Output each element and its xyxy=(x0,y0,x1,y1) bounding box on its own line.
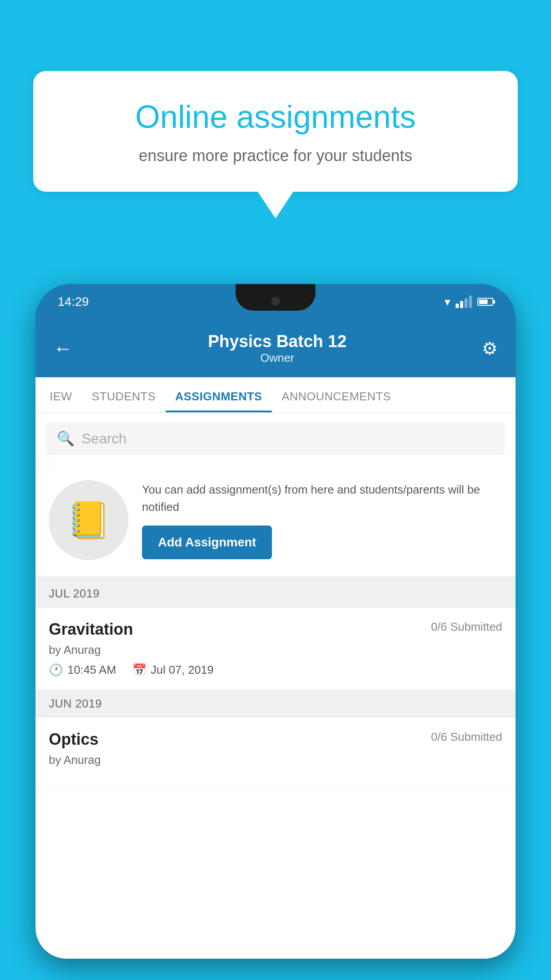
promo-text: You can add assignment(s) from here and … xyxy=(142,481,502,516)
notch xyxy=(236,284,315,311)
phone-frame: 14:29 ▾ ← xyxy=(35,284,516,959)
tab-announcements[interactable]: ANNOUNCEMENTS xyxy=(272,377,401,412)
assignment-row-top: Gravitation 0/6 Submitted xyxy=(49,620,502,639)
assignment-name-optics: Optics xyxy=(49,730,98,749)
search-input[interactable]: Search xyxy=(82,431,126,447)
speech-bubble-subtitle: ensure more practice for your students xyxy=(64,146,487,165)
assignment-item-gravitation[interactable]: Gravitation 0/6 Submitted by Anurag 🕐 10… xyxy=(35,608,516,690)
battery-icon xyxy=(477,298,493,306)
tab-assignments[interactable]: ASSIGNMENTS xyxy=(165,377,272,412)
camera-dot xyxy=(271,296,280,305)
status-bar: 14:29 ▾ xyxy=(35,284,516,320)
assignment-author-optics: by Anurag xyxy=(49,753,502,767)
header-subtitle: Owner xyxy=(208,351,347,365)
speech-bubble: Online assignments ensure more practice … xyxy=(33,71,518,192)
assignment-promo: 📒 You can add assignment(s) from here an… xyxy=(35,464,516,580)
assignment-date: Jul 07, 2019 xyxy=(151,663,214,677)
meta-time: 🕐 10:45 AM xyxy=(49,663,116,677)
clock-icon: 🕐 xyxy=(49,663,63,677)
wifi-icon: ▾ xyxy=(445,295,450,309)
assignment-item-optics[interactable]: Optics 0/6 Submitted by Anurag xyxy=(35,718,516,786)
app-header: ← Physics Batch 12 Owner ⚙ xyxy=(35,320,516,377)
speech-bubble-container: Online assignments ensure more practice … xyxy=(33,71,518,218)
settings-icon[interactable]: ⚙ xyxy=(482,338,498,359)
assignment-time: 10:45 AM xyxy=(67,663,116,677)
tab-iew[interactable]: IEW xyxy=(40,377,82,412)
section-header-jun: JUN 2019 xyxy=(35,690,516,718)
assignment-submitted: 0/6 Submitted xyxy=(431,620,502,634)
tabs-bar: IEW STUDENTS ASSIGNMENTS ANNOUNCEMENTS xyxy=(35,377,516,413)
notebook-icon: 📒 xyxy=(67,499,111,541)
status-time: 14:29 xyxy=(58,295,89,309)
calendar-icon: 📅 xyxy=(132,663,146,677)
search-icon: 🔍 xyxy=(57,430,75,447)
assignment-author: by Anurag xyxy=(49,643,502,657)
promo-icon-circle: 📒 xyxy=(49,480,129,560)
section-header-jul: JUL 2019 xyxy=(35,580,516,608)
phone-screen: ← Physics Batch 12 Owner ⚙ IEW STUDENTS … xyxy=(35,320,516,959)
search-container: 🔍 Search xyxy=(35,413,516,464)
add-assignment-button[interactable]: Add Assignment xyxy=(142,526,272,559)
signal-icon xyxy=(456,296,472,308)
speech-bubble-tail xyxy=(258,192,293,218)
meta-date: 📅 Jul 07, 2019 xyxy=(132,663,214,677)
promo-content: You can add assignment(s) from here and … xyxy=(142,481,502,559)
assignment-row-top-optics: Optics 0/6 Submitted xyxy=(49,730,502,749)
assignment-submitted-optics: 0/6 Submitted xyxy=(431,730,502,744)
assignment-meta: 🕐 10:45 AM 📅 Jul 07, 2019 xyxy=(49,663,502,677)
assignment-name: Gravitation xyxy=(49,620,133,639)
search-bar[interactable]: 🔍 Search xyxy=(46,422,505,455)
tab-students[interactable]: STUDENTS xyxy=(82,377,165,412)
phone-wrapper: 14:29 ▾ ← xyxy=(35,284,516,980)
back-button[interactable]: ← xyxy=(53,339,73,358)
speech-bubble-title: Online assignments xyxy=(64,98,487,136)
header-title-group: Physics Batch 12 Owner xyxy=(208,332,347,365)
status-icons: ▾ xyxy=(445,295,493,309)
header-title: Physics Batch 12 xyxy=(208,332,347,351)
